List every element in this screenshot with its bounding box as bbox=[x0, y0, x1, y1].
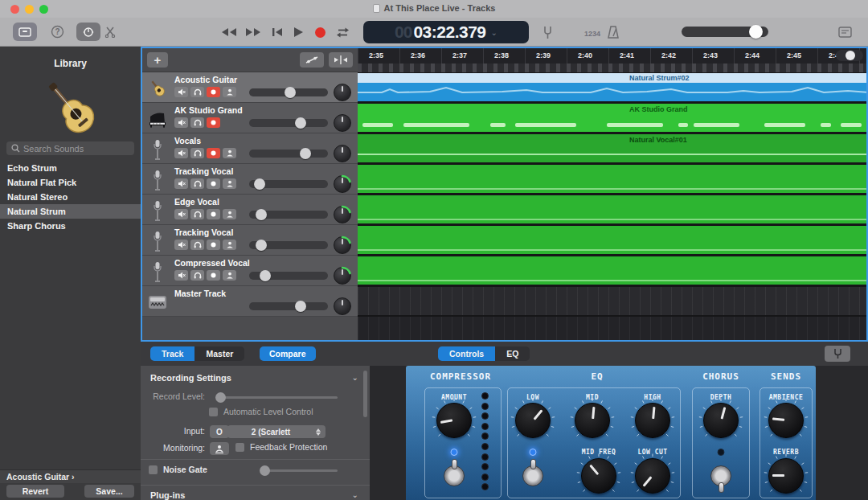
play-button[interactable] bbox=[288, 24, 309, 40]
library-item[interactable]: Sharp Chorus bbox=[0, 219, 141, 233]
feedback-protection-checkbox[interactable] bbox=[235, 443, 244, 452]
rewind-button[interactable] bbox=[219, 24, 240, 40]
save-button[interactable]: Save... bbox=[84, 485, 134, 498]
revert-button[interactable]: Revert bbox=[6, 485, 64, 498]
mute-button[interactable] bbox=[174, 270, 188, 281]
low-cut-knob[interactable] bbox=[635, 458, 670, 494]
high-knob[interactable] bbox=[635, 403, 670, 438]
lcd-time-display[interactable]: 00 03:22.379 ⌄ bbox=[363, 21, 529, 43]
track-volume-knob[interactable] bbox=[295, 301, 306, 312]
lcd-chevron-icon[interactable]: ⌄ bbox=[491, 28, 497, 37]
input-format-button[interactable]: O bbox=[210, 425, 229, 438]
recording-settings-header[interactable]: Recording Settings bbox=[150, 373, 231, 383]
tab-eq[interactable]: EQ bbox=[495, 346, 530, 361]
noise-gate-knob[interactable] bbox=[260, 465, 270, 476]
audio-region[interactable] bbox=[358, 195, 866, 223]
track-volume-slider[interactable] bbox=[249, 119, 328, 127]
audio-region[interactable] bbox=[358, 165, 866, 193]
solo-button[interactable] bbox=[190, 270, 204, 281]
audio-region[interactable]: Natural Vocal#01 bbox=[358, 134, 866, 162]
track-row[interactable]: AK Studio Grand bbox=[142, 103, 358, 133]
solo-button[interactable] bbox=[190, 148, 204, 158]
tab-master[interactable]: Master bbox=[194, 346, 244, 361]
record-enable-button[interactable] bbox=[207, 209, 220, 219]
track-volume-knob[interactable] bbox=[256, 209, 267, 220]
compare-button[interactable]: Compare bbox=[260, 346, 316, 361]
record-enable-button[interactable] bbox=[207, 117, 220, 128]
track-pan-knob[interactable] bbox=[334, 297, 351, 315]
audio-region[interactable]: Natural Strum#02 bbox=[358, 73, 866, 101]
track-volume-slider[interactable] bbox=[249, 88, 328, 96]
reverb-knob[interactable] bbox=[768, 458, 804, 494]
amount-knob[interactable] bbox=[436, 403, 472, 438]
zoom-slider-knob[interactable] bbox=[845, 51, 855, 60]
noise-gate-checkbox[interactable] bbox=[149, 465, 158, 474]
track-pan-knob[interactable] bbox=[334, 114, 351, 132]
quick-help-button[interactable]: ? bbox=[45, 23, 69, 41]
zoom-slider[interactable] bbox=[836, 50, 863, 61]
library-item[interactable]: Natural Flat Pick bbox=[0, 175, 141, 190]
mute-button[interactable] bbox=[174, 148, 188, 158]
depth-knob[interactable] bbox=[703, 403, 739, 438]
track-volume-slider[interactable] bbox=[249, 241, 328, 249]
count-in-button[interactable]: 1234 bbox=[584, 30, 600, 38]
track-row[interactable]: Tracking Vocal bbox=[142, 225, 358, 256]
track-row[interactable]: Edge Vocal bbox=[142, 195, 358, 225]
cycle-button[interactable] bbox=[332, 24, 353, 40]
mid-knob[interactable] bbox=[575, 403, 610, 438]
input-monitor-button[interactable] bbox=[223, 240, 236, 250]
tab-track[interactable]: Track bbox=[150, 346, 194, 361]
tab-controls[interactable]: Controls bbox=[438, 346, 495, 361]
input-source-select[interactable]: 2 (Scarlett bbox=[227, 425, 326, 438]
track-pan-knob[interactable] bbox=[334, 236, 351, 254]
monitoring-button[interactable] bbox=[210, 442, 229, 455]
audio-region[interactable] bbox=[358, 226, 866, 254]
library-item[interactable]: Echo Strum bbox=[0, 161, 141, 175]
automation-button[interactable] bbox=[300, 52, 324, 68]
track-volume-slider[interactable] bbox=[249, 302, 328, 310]
input-monitor-button[interactable] bbox=[223, 148, 236, 158]
track-volume-slider[interactable] bbox=[249, 211, 328, 219]
scrollbar[interactable] bbox=[363, 371, 367, 417]
track-pan-knob[interactable] bbox=[334, 84, 351, 101]
editors-scissors-button[interactable] bbox=[101, 23, 119, 41]
track-pan-knob[interactable] bbox=[334, 145, 351, 162]
go-to-beginning-button[interactable] bbox=[267, 24, 288, 40]
solo-button[interactable] bbox=[190, 209, 204, 219]
mute-button[interactable] bbox=[174, 178, 188, 189]
track-row[interactable]: Tracking Vocal bbox=[142, 164, 358, 195]
search-sounds-input[interactable]: Search Sounds bbox=[6, 141, 134, 155]
track-volume-knob[interactable] bbox=[254, 178, 265, 190]
record-enable-button[interactable] bbox=[207, 270, 220, 281]
chevron-down-icon[interactable]: ⌄ bbox=[352, 490, 358, 499]
section-power-switch[interactable] bbox=[522, 465, 543, 486]
mute-button[interactable] bbox=[174, 87, 188, 97]
track-pan-knob[interactable] bbox=[334, 175, 351, 193]
input-monitor-button[interactable] bbox=[223, 87, 236, 97]
solo-button[interactable] bbox=[190, 240, 204, 250]
metronome-button[interactable] bbox=[603, 24, 624, 40]
track-row[interactable]: Compressed Vocal bbox=[142, 256, 358, 286]
plugins-header[interactable]: Plug-ins bbox=[150, 490, 185, 500]
track-pan-knob[interactable] bbox=[334, 206, 351, 223]
record-enable-button[interactable] bbox=[207, 178, 220, 189]
audio-region[interactable] bbox=[358, 256, 866, 285]
record-enable-button[interactable] bbox=[207, 148, 220, 158]
section-power-switch[interactable] bbox=[710, 465, 731, 486]
tuner-button[interactable] bbox=[825, 346, 850, 362]
record-enable-button[interactable] bbox=[207, 87, 220, 97]
input-monitor-button[interactable] bbox=[223, 270, 236, 281]
add-track-button[interactable]: + bbox=[147, 52, 168, 68]
low-knob[interactable] bbox=[515, 403, 551, 438]
audio-region[interactable]: AK Studio Grand bbox=[358, 104, 866, 132]
record-button[interactable] bbox=[309, 24, 330, 40]
ambience-knob[interactable] bbox=[768, 403, 804, 438]
track-volume-slider[interactable] bbox=[249, 150, 328, 158]
track-row[interactable]: Vocals bbox=[142, 133, 358, 164]
mid-freq-knob[interactable] bbox=[581, 458, 616, 494]
track-volume-slider[interactable] bbox=[249, 180, 328, 188]
track-volume-slider[interactable] bbox=[249, 272, 328, 280]
mute-button[interactable] bbox=[174, 240, 188, 250]
patch-breadcrumb[interactable]: Acoustic Guitar › bbox=[0, 469, 141, 483]
solo-button[interactable] bbox=[190, 178, 204, 189]
